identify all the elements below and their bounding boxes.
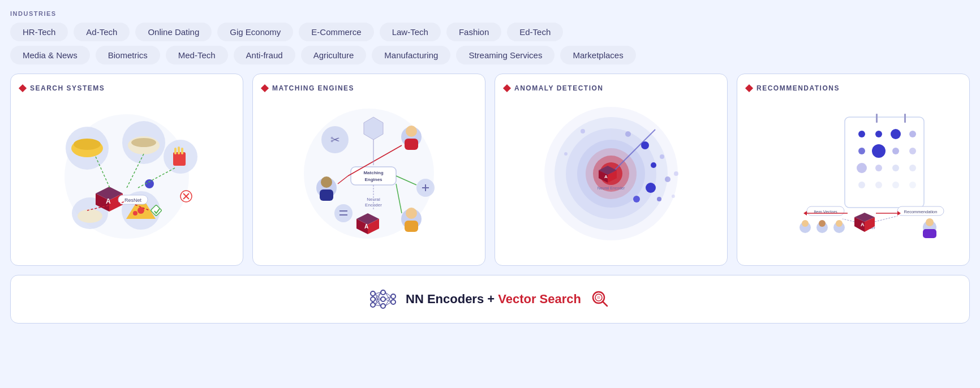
svg-text:A: A (604, 174, 608, 179)
svg-point-97 (875, 131, 882, 137)
svg-point-143 (381, 297, 385, 301)
illustration-anomaly: A Neural Encoder (504, 100, 718, 247)
svg-search: A ResNet (20, 100, 234, 247)
svg-point-90 (625, 131, 631, 137)
tags-row-1: HR-Tech Ad-Tech Online Dating Gig Econom… (10, 23, 970, 41)
svg-point-56 (334, 204, 353, 222)
tag-fashion[interactable]: Fashion (446, 23, 501, 41)
svg-point-96 (858, 131, 865, 137)
tag-media-news[interactable]: Media & News (10, 46, 90, 64)
tags-row-2: Media & News Biometrics Med-Tech Anti-fr… (10, 46, 970, 64)
diamond-icon-search (19, 84, 27, 92)
banner-text-red: Vector Search (498, 292, 581, 306)
svg-point-18 (78, 209, 102, 223)
illustration-search: A ResNet (20, 100, 234, 247)
nn-icon (369, 288, 397, 311)
tag-hr-tech[interactable]: HR-Tech (10, 23, 68, 41)
illustration-reco: Item Vectors Recommendation Neural Encod… (746, 100, 960, 247)
svg-point-41 (321, 176, 332, 188)
svg-point-92 (564, 152, 568, 156)
tag-biometrics[interactable]: Biometrics (96, 46, 160, 64)
svg-point-111 (909, 182, 916, 188)
svg-point-144 (381, 304, 385, 308)
card-title-reco: RECOMMENDATIONS (757, 84, 840, 92)
svg-point-99 (909, 131, 916, 137)
tag-agriculture[interactable]: Agriculture (301, 46, 367, 64)
svg-point-106 (892, 165, 899, 171)
tag-manufacturing[interactable]: Manufacturing (372, 46, 450, 64)
svg-rect-95 (845, 117, 924, 208)
card-header-matching: MATCHING ENGINES (262, 84, 476, 92)
illustration-matching: ✂ Matching Engines Neural Encoder (262, 100, 476, 247)
card-title-matching: MATCHING ENGINES (272, 84, 354, 92)
svg-rect-132 (923, 229, 936, 238)
svg-point-100 (858, 148, 865, 154)
svg-point-88 (665, 176, 670, 182)
tag-e-commerce[interactable]: E-Commerce (299, 23, 373, 41)
svg-rect-12 (181, 148, 183, 154)
svg-point-84 (651, 162, 656, 168)
svg-point-89 (660, 154, 664, 159)
svg-matching: ✂ Matching Engines Neural Encoder (262, 100, 476, 247)
card-title-anomaly: ANOMALY DETECTION (514, 84, 604, 92)
svg-point-110 (892, 182, 899, 188)
tag-law-tech[interactable]: Law-Tech (380, 23, 441, 41)
svg-point-87 (657, 197, 661, 201)
svg-point-139 (371, 291, 375, 296)
svg-rect-113 (904, 114, 906, 123)
svg-point-4 (74, 139, 101, 150)
svg-point-93 (674, 171, 678, 176)
svg-reco: Item Vectors Recommendation Neural Encod… (746, 100, 960, 247)
svg-rect-45 (405, 221, 418, 232)
tag-marketplaces[interactable]: Marketplaces (560, 46, 635, 64)
tag-ed-tech[interactable]: Ed-Tech (507, 23, 563, 41)
svg-line-134 (875, 216, 897, 222)
card-matching-engines: MATCHING ENGINES ✂ (252, 74, 485, 266)
svg-text:Engines: Engines (364, 177, 382, 182)
svg-point-94 (672, 195, 675, 198)
card-header-anomaly: ANOMALY DETECTION (504, 84, 718, 92)
svg-point-44 (406, 208, 417, 219)
industries-section: INDUSTRIES HR-Tech Ad-Tech Online Dating… (10, 10, 970, 64)
svg-point-127 (819, 220, 826, 227)
svg-text:Neural Encoder: Neural Encoder (598, 186, 625, 190)
svg-text:✂: ✂ (330, 133, 340, 146)
svg-point-146 (391, 300, 396, 304)
svg-point-131 (926, 218, 934, 226)
svg-point-16 (133, 211, 137, 215)
svg-rect-39 (405, 139, 418, 150)
card-title-search: SEARCH SYSTEMS (30, 84, 105, 92)
card-header-reco: RECOMMENDATIONS (746, 84, 960, 92)
svg-line-164 (603, 301, 607, 306)
svg-text:Matching: Matching (363, 170, 383, 175)
svg-point-38 (406, 126, 417, 137)
svg-point-101 (872, 144, 886, 158)
cards-grid: SEARCH SYSTEMS (10, 74, 970, 266)
svg-point-91 (581, 129, 585, 133)
svg-text:A: A (364, 223, 368, 230)
tag-med-tech[interactable]: Med-Tech (166, 46, 228, 64)
svg-rect-11 (178, 146, 180, 154)
search-icon (590, 289, 611, 309)
card-header-search: SEARCH SYSTEMS (20, 84, 234, 92)
tag-ad-tech[interactable]: Ad-Tech (74, 23, 130, 41)
svg-point-142 (381, 290, 385, 295)
svg-point-83 (641, 141, 649, 149)
industries-label: INDUSTRIES (10, 10, 970, 17)
banner-text: NN Encoders + Vector Search (406, 292, 581, 307)
tag-online-dating[interactable]: Online Dating (135, 23, 212, 41)
card-search-systems: SEARCH SYSTEMS (10, 74, 243, 266)
svg-point-102 (892, 148, 899, 154)
svg-anomaly: A Neural Encoder (504, 100, 718, 247)
diamond-icon-reco (745, 84, 753, 92)
svg-point-98 (891, 129, 901, 139)
svg-point-85 (646, 183, 656, 193)
svg-text:ResNet: ResNet (124, 197, 142, 203)
diamond-icon-matching (261, 84, 269, 92)
tag-anti-fraud[interactable]: Anti-fraud (234, 46, 295, 64)
tag-gig-economy[interactable]: Gig Economy (217, 23, 293, 41)
svg-point-141 (371, 303, 375, 307)
svg-rect-48 (351, 167, 396, 185)
svg-text:A: A (106, 197, 111, 205)
tag-streaming[interactable]: Streaming Services (456, 46, 555, 64)
